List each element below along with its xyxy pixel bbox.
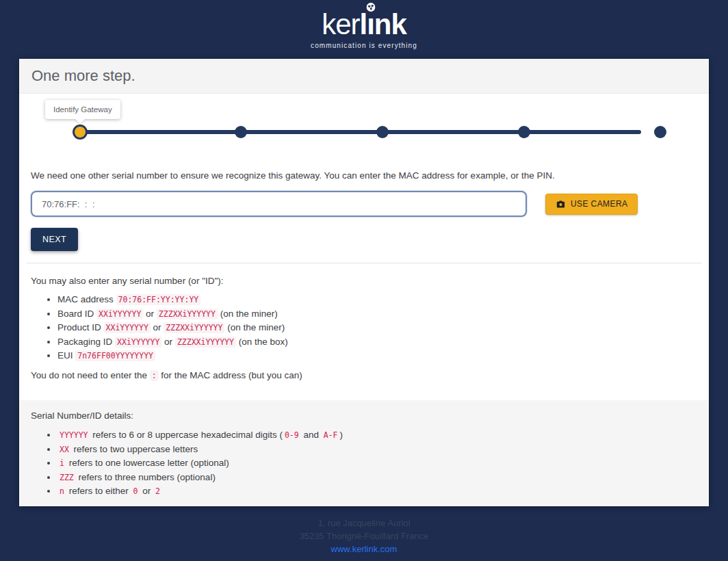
list-item: n refers to either 0 or 2 — [57, 486, 697, 496]
logo-text-ker: ker — [322, 8, 359, 40]
page-title: One more step. — [19, 59, 709, 94]
section-divider — [26, 263, 702, 263]
list-item: Product ID XXiYYYYYY or ZZZXXiYYYYYY (on… — [57, 322, 697, 332]
id-examples-list: MAC address 70:76:FF:YY:YY:YY Board ID X… — [31, 294, 697, 361]
list-item: YYYYYY refers to 6 or 8 uppercase hexade… — [57, 430, 697, 440]
details-list: YYYYYY refers to 6 or 8 uppercase hexade… — [31, 430, 697, 496]
step-tooltip-label: Identify Gateway — [53, 105, 112, 114]
stepper-line — [80, 130, 641, 134]
tooltip-arrow — [75, 118, 86, 124]
colon-note: You do not need to enter the : for the M… — [31, 370, 697, 380]
site-header: kerlınk communication is everything — [0, 0, 728, 59]
also-enter-heading: You may also enter any serial number (or… — [31, 276, 697, 286]
stepper: Identify Gateway — [19, 94, 709, 166]
logo-text-i: ı — [367, 8, 374, 40]
serial-form: We need one other serial number to ensur… — [19, 166, 709, 380]
stepper-track — [19, 94, 709, 166]
stepper-dot — [376, 126, 389, 138]
logo-tagline: communication is everything — [311, 42, 417, 49]
step-tooltip: Identify Gateway — [45, 100, 120, 119]
site-footer: 1, rue Jacqueline Auriol 35235 Thorigné-… — [0, 506, 728, 556]
stepper-dot — [654, 126, 666, 138]
logo-text-l: l — [360, 8, 367, 40]
next-button[interactable]: NEXT — [31, 228, 78, 251]
details-section: Serial Number/ID details: YYYYYY refers … — [19, 400, 709, 506]
use-camera-button[interactable]: USE CAMERA — [545, 194, 638, 215]
kerlink-website-link[interactable]: www.kerlink.com — [331, 543, 398, 556]
address-line-2: 35235 Thorigné-Fouillard France — [0, 530, 728, 543]
list-item: EUI 7n76FF00YYYYYYYY — [57, 350, 697, 361]
logo-globe-icon — [366, 3, 375, 12]
list-item: XX refers to two uppercase letters — [57, 444, 697, 454]
list-item: MAC address 70:76:FF:YY:YY:YY — [57, 294, 697, 304]
list-item: Packaging ID XXiYYYYYY or ZZZXXiYYYYYY (… — [57, 337, 697, 347]
stepper-dot — [73, 125, 88, 140]
logo-text-nk: nk — [374, 8, 406, 40]
stepper-dot — [518, 126, 530, 138]
main-card: One more step. Identify Gateway We need … — [19, 59, 709, 506]
list-item: ZZZ refers to three numbers (optional) — [57, 472, 697, 482]
list-item: Board ID XXiYYYYYY or ZZZXXiYYYYYY (on t… — [57, 309, 697, 319]
details-heading: Serial Number/ID details: — [31, 410, 697, 421]
instruction-text: We need one other serial number to ensur… — [31, 170, 697, 181]
list-item: i refers to one lowercase letter (option… — [57, 458, 697, 468]
address-line-1: 1, rue Jacqueline Auriol — [0, 517, 728, 530]
use-camera-label: USE CAMERA — [571, 199, 627, 209]
kerlink-logo: kerlınk — [322, 10, 406, 39]
stepper-dot — [235, 126, 247, 138]
serial-input[interactable] — [31, 191, 527, 217]
camera-icon — [556, 199, 566, 209]
